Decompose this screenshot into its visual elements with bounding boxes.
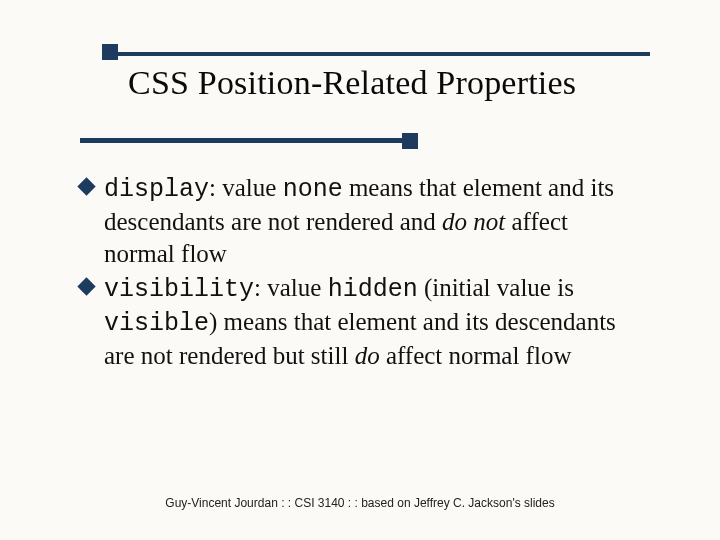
t: (initial value is: [418, 274, 574, 301]
accent-square-mid: [402, 133, 418, 149]
slide-title: CSS Position-Related Properties: [128, 64, 576, 102]
code-visibility: visibility: [104, 275, 254, 304]
slide: CSS Position-Related Properties display:…: [0, 0, 720, 540]
bullet-1-text: display: value none means that element a…: [104, 172, 640, 270]
bullet-2-text: visibility: value hidden (initial value …: [104, 272, 640, 372]
body: display: value none means that element a…: [80, 172, 640, 374]
t: : value: [209, 174, 283, 201]
diamond-icon: [77, 277, 95, 295]
code-none: none: [283, 175, 343, 204]
title-rule-top: [110, 52, 650, 56]
bullet-1: display: value none means that element a…: [80, 172, 640, 270]
code-hidden: hidden: [328, 275, 418, 304]
accent-square-top: [102, 44, 118, 60]
diamond-icon: [77, 177, 95, 195]
t: affect normal flow: [380, 342, 572, 369]
code-display: display: [104, 175, 209, 204]
footer-attribution: Guy-Vincent Jourdan : : CSI 3140 : : bas…: [0, 496, 720, 510]
code-visible: visible: [104, 309, 209, 338]
em-do: do: [355, 342, 380, 369]
t: : value: [254, 274, 328, 301]
title-rule-bottom: [80, 138, 410, 143]
em-do-not: do not: [442, 208, 505, 235]
bullet-2: visibility: value hidden (initial value …: [80, 272, 640, 372]
